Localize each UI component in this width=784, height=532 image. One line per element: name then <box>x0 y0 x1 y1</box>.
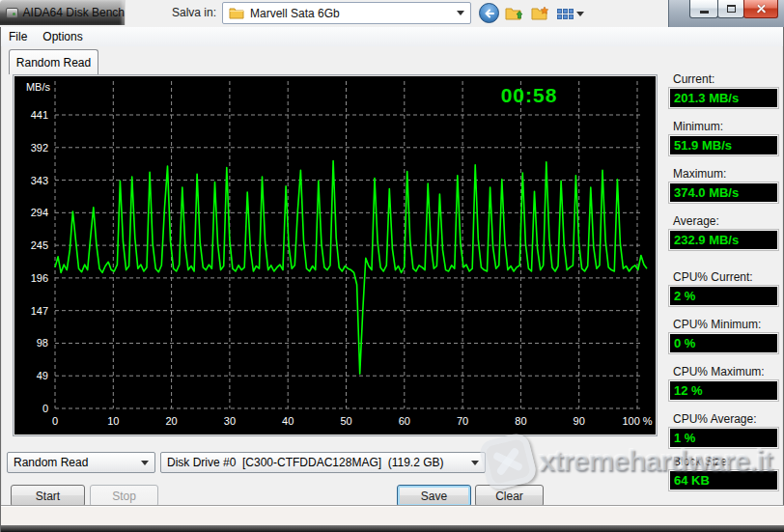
window-title: AIDA64 Disk Bench <box>23 6 125 19</box>
menu-bar: File Options <box>1 27 783 46</box>
status-strip <box>1 506 784 525</box>
stat-label: Average: <box>673 214 719 228</box>
stat-label: Block Size: <box>673 455 730 468</box>
views-menu-button[interactable] <box>556 4 585 23</box>
screen: AIDA64 Disk Bench Salva in: Marvell Sata… <box>0 0 784 532</box>
stat-value-cpu-average: 1 % <box>669 428 778 448</box>
chevron-down-icon <box>141 461 149 465</box>
tab-label: Random Read <box>16 56 91 70</box>
stat-label: Current: <box>673 72 714 86</box>
dialog-frame-corner <box>668 0 784 27</box>
stat-value-cpu-maximum: 12 % <box>669 380 778 401</box>
save-location-combobox[interactable]: Marvell Sata 6Gb <box>222 2 471 24</box>
svg-text:98: 98 <box>37 337 48 349</box>
svg-text:90: 90 <box>574 415 585 427</box>
svg-text:49: 49 <box>37 370 48 381</box>
top-strip: AIDA64 Disk Bench Salva in: Marvell Sata… <box>0 0 784 27</box>
aida64-disk-benchmark-window: File Options Random Read 010203040506070… <box>0 27 784 532</box>
minimize-icon <box>700 11 709 14</box>
svg-text:147: 147 <box>31 305 48 317</box>
chevron-down-icon <box>576 12 584 16</box>
save-button[interactable]: Save <box>397 485 471 507</box>
save-dialog-strip: Salva in: Marvell Sata 6Gb <box>126 0 668 27</box>
svg-text:50: 50 <box>340 415 351 427</box>
disk-drive-icon <box>6 8 18 18</box>
svg-text:196: 196 <box>31 272 48 284</box>
stat-value-cpu-current: 2 % <box>669 286 778 306</box>
window-controls <box>690 0 778 18</box>
stat-label: CPU% Maximum: <box>673 365 765 378</box>
disk-drive-value: Disk Drive #0 [C300-CTFDDAC128MAG] (119.… <box>167 456 471 469</box>
svg-text:100 %: 100 % <box>622 415 652 427</box>
stat-value-maximum: 374.0 MB/s <box>669 182 778 203</box>
new-folder-icon <box>531 6 549 21</box>
save-in-label: Salva in: <box>172 6 216 19</box>
stat-value-current: 201.3 MB/s <box>669 88 778 108</box>
svg-text:245: 245 <box>31 239 48 251</box>
stop-button: Stop <box>90 485 158 507</box>
start-button[interactable]: Start <box>11 485 85 507</box>
benchmark-chart: 0102030405060708090100 %4413923432942451… <box>13 74 658 436</box>
stat-label: CPU% Average: <box>673 412 757 426</box>
svg-text:80: 80 <box>515 415 526 427</box>
svg-text:343: 343 <box>31 175 48 186</box>
chart-canvas: 0102030405060708090100 %4413923432942451… <box>14 75 657 435</box>
test-type-value: Random Read <box>14 456 141 469</box>
svg-text:70: 70 <box>457 415 468 427</box>
maximize-button[interactable] <box>717 0 744 18</box>
disk-drive-select[interactable]: Disk Drive #0 [C300-CTFDDAC128MAG] (119.… <box>160 452 486 473</box>
folder-icon <box>229 7 244 19</box>
svg-text:MB/s: MB/s <box>26 81 51 93</box>
svg-text:441: 441 <box>31 109 48 121</box>
svg-text:20: 20 <box>165 415 177 427</box>
menu-file[interactable]: File <box>1 28 35 45</box>
svg-text:30: 30 <box>224 415 236 427</box>
views-icon <box>557 9 574 19</box>
stat-label: CPU% Minimum: <box>673 318 761 331</box>
tab-random-read[interactable]: Random Read <box>9 49 98 74</box>
folder-up-icon <box>505 6 523 21</box>
stat-label: Maximum: <box>673 167 726 181</box>
back-arrow-icon <box>484 8 495 19</box>
stat-label: Minimum: <box>673 120 723 133</box>
svg-text:10: 10 <box>107 415 119 427</box>
maximize-icon <box>727 5 736 13</box>
svg-text:0: 0 <box>52 415 58 427</box>
new-folder-button[interactable] <box>529 4 550 23</box>
save-location-value: Marvell Sata 6Gb <box>250 7 457 20</box>
window-bottom-edge <box>1 525 784 532</box>
back-button[interactable] <box>479 3 499 23</box>
close-icon <box>756 4 767 14</box>
stat-value-cpu-minimum: 0 % <box>669 333 778 353</box>
svg-text:294: 294 <box>31 207 48 218</box>
test-type-select[interactable]: Random Read <box>7 452 155 473</box>
minimize-button[interactable] <box>689 0 718 18</box>
aida64-titlebar[interactable]: AIDA64 Disk Bench <box>0 0 126 25</box>
chevron-down-icon[interactable] <box>457 11 464 15</box>
close-button[interactable] <box>743 0 778 18</box>
menu-options[interactable]: Options <box>35 28 90 45</box>
svg-text:40: 40 <box>282 415 294 427</box>
svg-text:392: 392 <box>31 142 48 154</box>
elapsed-time: 00:58 <box>489 84 570 107</box>
chevron-down-icon <box>471 461 479 465</box>
svg-text:60: 60 <box>399 415 410 427</box>
stat-value-average: 232.9 MB/s <box>669 230 778 250</box>
stat-value-block-size: 64 KB <box>669 470 778 490</box>
stat-label: CPU% Current: <box>673 270 753 284</box>
stat-value-minimum: 51.9 MB/s <box>669 135 778 155</box>
svg-text:0: 0 <box>42 403 48 414</box>
up-one-level-button[interactable] <box>503 4 524 23</box>
clear-button[interactable]: Clear <box>475 485 544 507</box>
